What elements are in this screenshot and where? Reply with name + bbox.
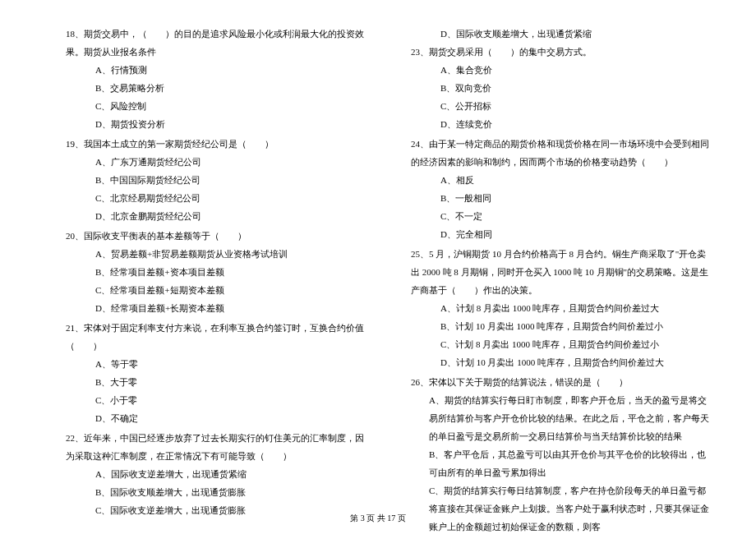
question-text: 25、5 月，沪铜期货 10 月合约价格高于 8 月合约。铜生产商采取了"开仓卖… [411,245,715,299]
option-d: D、期货投资分析 [95,115,370,133]
option-a: A、等于零 [95,355,370,373]
option-d: D、连续竞价 [440,115,715,133]
question-options: A、国际收支逆差增大，出现通货紧缩 B、国际收支顺差增大，出现通货膨胀 C、国际… [66,465,370,519]
option-c: C、经常项目差额+短期资本差额 [95,281,370,299]
question-options: A、相反 B、一般相同 C、不一定 D、完全相同 [411,171,715,243]
option-c: C、北京经易期货经纪公司 [95,189,370,207]
question-21: 21、宋体对于固定利率支付方来说，在利率互换合约签订时，互换合约价值（ ） A、… [66,319,370,427]
question-options: A、计划 8 月卖出 1000 吨库存，且期货合约间价差过大 B、计划 10 月… [411,299,715,371]
option-a: A、计划 8 月卖出 1000 吨库存，且期货合约间价差过大 [440,299,715,317]
question-options: A、广东万通期货经纪公司 B、中国国际期货经纪公司 C、北京经易期货经纪公司 D… [66,153,370,225]
option-a: A、国际收支逆差增大，出现通货紧缩 [95,465,370,483]
question-text: 24、由于某一特定商品的期货价格和现货价格在同一市场环境中会受到相同的经济因素的… [411,135,715,171]
option-a: A、贸易差额+非贸易差额期货从业资格考试培训 [95,245,370,263]
option-c: C、不一定 [440,207,715,225]
option-d: D、完全相同 [440,225,715,243]
option-c: C、风险控制 [95,97,370,115]
option-b: B、经常项目差额+资本项目差额 [95,263,370,281]
question-options: A、集合竞价 B、双向竞价 C、公开招标 D、连续竞价 [411,61,715,133]
question-text: 22、近年来，中国已经逐步放弃了过去长期实行的钉住美元的汇率制度，因为采取这种汇… [66,429,370,465]
question-25: 25、5 月，沪铜期货 10 月合约价格高于 8 月合约。铜生产商采取了"开仓卖… [411,245,715,371]
page-footer: 第 3 页 共 17 页 [0,513,756,524]
question-20: 20、国际收支平衡表的基本差额等于（ ） A、贸易差额+非贸易差额期货从业资格考… [66,227,370,317]
question-22-continued: D、国际收支顺差增大，出现通货紧缩 [411,25,715,43]
option-a: A、广东万通期货经纪公司 [95,153,370,171]
question-text: 19、我国本土成立的第一家期货经纪公司是（ ） [66,135,370,153]
option-a: A、期货的结算实行每日盯市制度，即客户开仓后，当天的盈亏是将交易所结算价与客户开… [429,391,715,445]
option-b: B、国际收支顺差增大，出现通货膨胀 [95,483,370,501]
question-22: 22、近年来，中国已经逐步放弃了过去长期实行的钉住美元的汇率制度，因为采取这种汇… [66,429,370,519]
option-c: C、公开招标 [440,97,715,115]
option-b: B、大于零 [95,373,370,391]
right-column: D、国际收支顺差增大，出现通货紧缩 23、期货交易采用（ ）的集中交易方式。 A… [411,25,715,534]
option-d: D、计划 10 月卖出 1000 吨库存，且期货合约间价差过大 [440,353,715,371]
question-text: 26、宋体以下关于期货的结算说法，错误的是（ ） [411,373,715,391]
option-c: C、期货的结算实行每日结算制度，客户在持仓阶段每天的单日盈亏都将直接在其保证金账… [429,481,715,534]
question-24: 24、由于某一特定商品的期货价格和现货价格在同一市场环境中会受到相同的经济因素的… [411,135,715,243]
option-a: A、集合竞价 [440,61,715,79]
option-c: C、小于零 [95,391,370,409]
option-d: D、北京金鹏期货经纪公司 [95,207,370,225]
option-a: A、行情预测 [95,61,370,79]
question-26: 26、宋体以下关于期货的结算说法，错误的是（ ） A、期货的结算实行每日盯市制度… [411,373,715,534]
question-options: A、贸易差额+非贸易差额期货从业资格考试培训 B、经常项目差额+资本项目差额 C… [66,245,370,317]
question-text: 21、宋体对于固定利率支付方来说，在利率互换合约签订时，互换合约价值（ ） [66,319,370,355]
option-b: B、客户平仓后，其总盈亏可以由其开仓价与其平仓价的比较得出，也可由所有的单日盈亏… [429,445,715,481]
option-a: A、相反 [440,171,715,189]
option-b: B、中国国际期货经纪公司 [95,171,370,189]
question-options: A、行情预测 B、交易策略分析 C、风险控制 D、期货投资分析 [66,61,370,133]
question-23: 23、期货交易采用（ ）的集中交易方式。 A、集合竞价 B、双向竞价 C、公开招… [411,43,715,133]
option-b: B、交易策略分析 [95,79,370,97]
option-d: D、不确定 [95,409,370,427]
option-d: D、国际收支顺差增大，出现通货紧缩 [440,25,715,43]
question-text: 18、期货交易中，（ ）的目的是追求风险最小化或利润最大化的投资效果。期货从业报… [66,25,370,61]
question-options: A、等于零 B、大于零 C、小于零 D、不确定 [66,355,370,427]
option-d: D、经常项目差额+长期资本差额 [95,299,370,317]
question-18: 18、期货交易中，（ ）的目的是追求风险最小化或利润最大化的投资效果。期货从业报… [66,25,370,133]
question-text: 20、国际收支平衡表的基本差额等于（ ） [66,227,370,245]
question-text: 23、期货交易采用（ ）的集中交易方式。 [411,43,715,61]
option-b: B、计划 10 月卖出 1000 吨库存，且期货合约间价差过小 [440,317,715,335]
document-page: 18、期货交易中，（ ）的目的是追求风险最小化或利润最大化的投资效果。期货从业报… [0,0,756,534]
option-b: B、一般相同 [440,189,715,207]
option-b: B、双向竞价 [440,79,715,97]
question-19: 19、我国本土成立的第一家期货经纪公司是（ ） A、广东万通期货经纪公司 B、中… [66,135,370,225]
left-column: 18、期货交易中，（ ）的目的是追求风险最小化或利润最大化的投资效果。期货从业报… [66,25,370,534]
option-c: C、计划 8 月卖出 1000 吨库存，且期货合约间价差过小 [440,335,715,353]
